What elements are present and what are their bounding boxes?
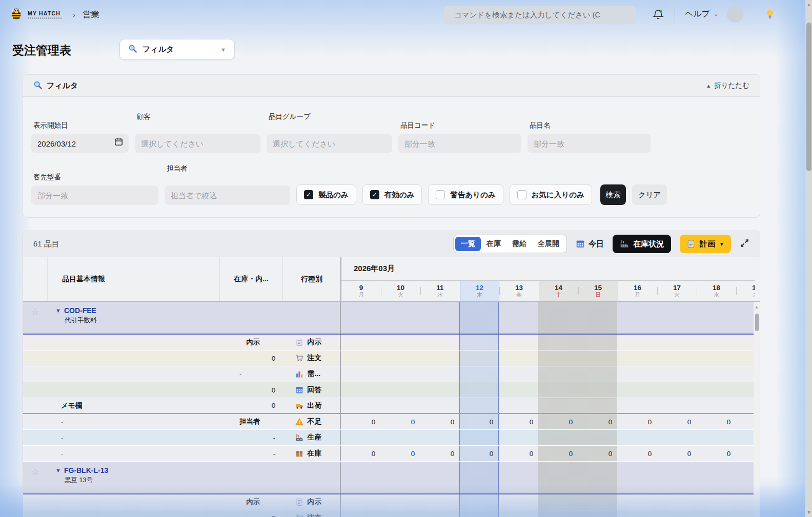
date-cell[interactable]: 0 bbox=[657, 414, 696, 429]
date-cell[interactable]: 0 bbox=[380, 446, 420, 461]
memo-cell[interactable]: - bbox=[48, 446, 220, 461]
date-cell[interactable] bbox=[380, 462, 420, 493]
date-cell[interactable] bbox=[380, 510, 420, 517]
clear-button[interactable]: クリア bbox=[632, 184, 667, 205]
table-scrollbar-thumb[interactable] bbox=[755, 314, 759, 331]
date-cell[interactable] bbox=[420, 494, 459, 510]
filter-preset-dropdown[interactable]: フィルタ ▼ bbox=[119, 39, 235, 60]
memo-cell[interactable] bbox=[48, 366, 220, 382]
date-cell[interactable] bbox=[459, 366, 499, 382]
date-cell[interactable]: 0 bbox=[499, 414, 538, 429]
today-button[interactable]: 今日 bbox=[576, 239, 604, 249]
date-cell[interactable] bbox=[578, 398, 617, 413]
item-code-input[interactable] bbox=[398, 134, 521, 153]
scroll-down-arrow-icon[interactable]: ▼ bbox=[805, 510, 812, 515]
date-column-14[interactable]: 14土 bbox=[539, 281, 578, 301]
date-cell[interactable] bbox=[696, 335, 736, 350]
date-cell[interactable] bbox=[341, 335, 380, 350]
person-select[interactable] bbox=[165, 185, 290, 205]
date-cell[interactable] bbox=[578, 510, 617, 517]
date-cell[interactable]: 0 bbox=[538, 446, 578, 461]
date-cell[interactable] bbox=[499, 366, 538, 382]
stock-value-cell[interactable]: 内示 bbox=[219, 335, 282, 350]
memo-cell[interactable] bbox=[48, 494, 220, 510]
date-cell[interactable] bbox=[380, 350, 420, 366]
table-scrollbar[interactable]: ▲ bbox=[754, 302, 760, 517]
date-cell[interactable] bbox=[538, 398, 578, 413]
collapse-triangle-icon[interactable]: ▼ bbox=[55, 467, 61, 473]
date-cell[interactable]: 0 bbox=[578, 446, 617, 461]
stock-value-cell[interactable]: - bbox=[219, 446, 282, 461]
date-cell[interactable] bbox=[578, 302, 617, 334]
date-column-19[interactable]: 19木 bbox=[736, 281, 755, 301]
date-cell[interactable] bbox=[578, 366, 617, 382]
date-cell[interactable] bbox=[380, 398, 420, 413]
date-column-15[interactable]: 15日 bbox=[578, 281, 618, 301]
date-cell[interactable] bbox=[617, 510, 657, 517]
date-cell[interactable] bbox=[538, 350, 578, 366]
date-cell[interactable] bbox=[736, 494, 754, 510]
view-tab-list[interactable]: 一覧 bbox=[455, 237, 481, 251]
date-cell[interactable] bbox=[380, 302, 420, 334]
date-cell[interactable] bbox=[459, 510, 499, 517]
page-scrollbar-thumb[interactable] bbox=[806, 23, 811, 171]
favorite-star-icon[interactable]: ☆ bbox=[23, 462, 48, 493]
date-cell[interactable]: 0 bbox=[420, 446, 459, 461]
date-cell[interactable] bbox=[538, 335, 578, 350]
date-cell[interactable] bbox=[459, 430, 499, 445]
date-cell[interactable] bbox=[578, 335, 617, 350]
stock-value-cell[interactable]: - bbox=[219, 366, 282, 382]
date-cell[interactable] bbox=[380, 382, 420, 398]
breadcrumb-sales[interactable]: 営業 bbox=[83, 9, 99, 20]
date-cell[interactable] bbox=[617, 382, 657, 398]
date-cell[interactable] bbox=[341, 510, 380, 517]
date-cell[interactable]: 0 bbox=[459, 414, 499, 429]
command-search-input[interactable] bbox=[454, 11, 630, 19]
filter-checkbox-favorites-only[interactable]: ✓ お気に入りのみ bbox=[510, 184, 592, 205]
memo-cell[interactable] bbox=[48, 382, 220, 398]
date-cell[interactable] bbox=[696, 494, 736, 510]
date-cell[interactable] bbox=[736, 335, 754, 350]
search-button[interactable]: 検索 bbox=[600, 184, 626, 205]
date-cell[interactable] bbox=[380, 366, 420, 382]
date-cell[interactable] bbox=[578, 382, 617, 398]
date-cell[interactable]: 0 bbox=[617, 414, 657, 429]
collapse-triangle-icon[interactable]: ▼ bbox=[55, 307, 61, 314]
memo-cell[interactable]: メモ欄 bbox=[48, 398, 220, 413]
date-cell[interactable] bbox=[617, 430, 657, 445]
date-cell[interactable] bbox=[341, 462, 380, 493]
date-cell[interactable] bbox=[499, 430, 538, 445]
filter-checkbox-warnings-only[interactable]: ✓ 警告ありのみ bbox=[428, 184, 503, 205]
date-cell[interactable] bbox=[617, 335, 657, 350]
date-cell[interactable] bbox=[459, 494, 499, 510]
stock-value-cell[interactable]: - bbox=[219, 430, 282, 445]
help-menu[interactable]: ヘルプ ⌄ bbox=[685, 9, 718, 19]
stock-value-cell[interactable]: 0 bbox=[219, 510, 282, 517]
date-cell[interactable] bbox=[736, 462, 754, 493]
date-cell[interactable]: 0 bbox=[341, 414, 380, 429]
scroll-up-arrow-icon[interactable]: ▲ bbox=[805, 2, 812, 7]
date-cell[interactable] bbox=[341, 366, 380, 382]
date-cell[interactable] bbox=[341, 494, 380, 510]
date-cell[interactable]: 0 bbox=[459, 446, 499, 461]
date-cell[interactable] bbox=[499, 350, 538, 366]
date-cell[interactable] bbox=[459, 462, 499, 493]
date-cell[interactable] bbox=[657, 335, 696, 350]
date-cell[interactable] bbox=[341, 302, 380, 334]
date-column-9[interactable]: 9月 bbox=[341, 281, 381, 301]
date-cell[interactable] bbox=[696, 398, 736, 413]
date-column-16[interactable]: 16月 bbox=[618, 281, 657, 301]
date-column-10[interactable]: 10火 bbox=[381, 281, 420, 301]
date-cell[interactable] bbox=[420, 398, 459, 413]
date-cell[interactable] bbox=[696, 366, 736, 382]
date-cell[interactable] bbox=[459, 350, 499, 366]
date-cell[interactable] bbox=[657, 430, 696, 445]
stock-value-cell[interactable]: 0 bbox=[219, 398, 282, 413]
memo-cell[interactable] bbox=[48, 510, 220, 517]
date-cell[interactable]: 0 bbox=[341, 446, 380, 461]
date-cell[interactable] bbox=[578, 430, 617, 445]
item-name-input[interactable] bbox=[527, 134, 651, 153]
scroll-up-arrow-icon[interactable]: ▲ bbox=[755, 305, 759, 309]
date-cell[interactable]: 0 bbox=[657, 446, 696, 461]
date-cell[interactable] bbox=[420, 382, 459, 398]
